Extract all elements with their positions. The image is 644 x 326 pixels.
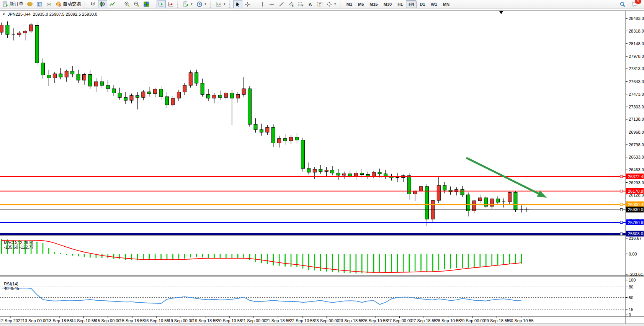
market-watch-button[interactable]: [25, 0, 34, 8]
timeframe-M30-button[interactable]: M30: [381, 0, 394, 8]
chart-canvas[interactable]: 28483.028318.028148.027978.027813.027643…: [0, 0, 644, 326]
candle-body: [283, 139, 287, 141]
candle-body: [508, 192, 511, 202]
candle-body: [230, 93, 234, 98]
bid-price-line-handle[interactable]: [620, 208, 623, 211]
time-tick-label: 22 Sep 10:55: [290, 318, 315, 323]
line-chart-button[interactable]: [108, 0, 117, 8]
search-icon: [619, 1, 626, 7]
caret-down-icon: ▼: [334, 3, 337, 5]
candle-body: [0, 25, 3, 33]
fibo-icon: F: [297, 1, 304, 7]
chart-shift-button[interactable]: [157, 0, 166, 8]
status-strip: [0, 324, 644, 326]
candle-body: [372, 172, 376, 176]
support-line-blue-handle[interactable]: [620, 221, 623, 224]
symbol-title: ▼ JPN225-,H4 25935.0 25987.5 25892.5 259…: [2, 12, 97, 16]
candle-body: [260, 129, 263, 132]
timeframe-M5-button[interactable]: M5: [355, 0, 366, 8]
zoom-out-button[interactable]: [132, 0, 141, 8]
navigator-button[interactable]: [44, 0, 54, 8]
time-tick-label: 29 Sep 00:00: [460, 318, 485, 323]
time-tick-label: 23 Sep 18:55: [338, 318, 363, 323]
tile-windows-button[interactable]: [142, 0, 151, 8]
time-tick-label: 15 Sep 00:00: [95, 318, 120, 323]
indicators-button[interactable]: ▼: [214, 0, 227, 8]
crosshair-button[interactable]: [243, 0, 252, 8]
candle-body: [154, 89, 157, 94]
candle-body: [490, 199, 494, 206]
candle-body: [207, 94, 210, 98]
time-tick-label: 13 Sep 00:00: [23, 318, 47, 323]
doc-plus-icon: [2, 1, 8, 7]
timeframe-D1-button[interactable]: D1: [417, 0, 428, 8]
time-tick-label: 21 Sep 00:00: [241, 318, 266, 323]
trendline-button[interactable]: [277, 0, 286, 8]
candle-chart-button[interactable]: [98, 0, 107, 8]
chat-button[interactable]: 1: [630, 0, 639, 8]
time-tick-label: 19 Sep 00:00: [168, 318, 193, 323]
candle-body: [195, 73, 198, 83]
bid-price-line-badge-label: 25930.0: [628, 207, 643, 212]
price-tick-label: 27643.0: [629, 79, 644, 84]
timeframe-H4-button[interactable]: H4: [406, 0, 417, 8]
timeframe-W1-button[interactable]: W1: [428, 0, 440, 8]
label-button[interactable]: T: [315, 0, 324, 8]
price-tick-label: 26293.0: [629, 180, 644, 185]
support-line-orange-handle[interactable]: [620, 203, 623, 206]
candle-body: [41, 63, 45, 75]
timeframe-H1-button[interactable]: H1: [395, 0, 405, 8]
candle-body: [147, 92, 151, 94]
arrows-button[interactable]: ▼: [325, 0, 338, 8]
timeframe-MN-button[interactable]: MN: [440, 0, 452, 8]
support-line-navy-badge-label: 25608.0: [628, 231, 643, 236]
text-button[interactable]: A: [306, 0, 315, 8]
time-tick-label: 13 Sep 18:55: [47, 318, 72, 323]
new-chart-button[interactable]: ▼: [181, 0, 195, 8]
candle-body: [88, 75, 92, 86]
candle-body: [378, 172, 381, 174]
toolbar-separator: [85, 1, 87, 8]
channel-button[interactable]: E: [286, 0, 296, 8]
macd-indicator-label: MACD(12,26,9) -135.60 -122.77: [2, 236, 34, 249]
candle-body: [472, 201, 476, 211]
rsi-tick-label: 15: [629, 307, 633, 312]
resistance-line-1-handle[interactable]: [620, 175, 623, 178]
macd-tick-label: -283.61: [629, 272, 643, 277]
caret-down-icon: ▼: [223, 3, 226, 5]
collapse-triangle-icon[interactable]: ▼: [2, 13, 5, 16]
period-button[interactable]: ▼: [195, 0, 208, 8]
time-tick-label: 27 Sep 18:55: [411, 318, 436, 323]
channel-icon: E: [288, 1, 294, 7]
timeframe-M1-button[interactable]: M1: [344, 0, 355, 8]
vline-icon: [259, 1, 265, 7]
new-order-button[interactable]: 新订单: [1, 0, 25, 8]
candle-body: [478, 198, 482, 201]
candle-body: [212, 95, 216, 98]
auto-scroll-button[interactable]: [166, 0, 175, 8]
rsi-tick-label: 50: [629, 295, 633, 300]
search-button[interactable]: [618, 0, 627, 8]
zoom-in-button[interactable]: [123, 0, 132, 8]
resistance-line-2-handle[interactable]: [620, 190, 623, 192]
price-tick-label: 26633.0: [629, 155, 644, 159]
time-tick-label: 26 Sep 10:55: [363, 318, 387, 323]
candle-body: [307, 169, 311, 172]
timeframe-M15-button[interactable]: M15: [367, 0, 380, 8]
candle-body: [236, 94, 240, 98]
bar-chart-button[interactable]: [88, 0, 98, 8]
vline-button[interactable]: [258, 0, 267, 8]
candle-body: [514, 192, 517, 210]
candle-body: [437, 185, 440, 200]
cursor-button[interactable]: [233, 0, 242, 8]
candle-body: [443, 185, 446, 190]
candle-body: [331, 170, 334, 173]
fibo-button[interactable]: F: [296, 0, 305, 8]
symbol-ohlc: 25935.0 25987.5 25892.5 25930.0: [33, 12, 97, 16]
data-window-button[interactable]: [35, 0, 44, 8]
support-line-navy-handle[interactable]: [620, 233, 623, 235]
price-tick-label: 27138.0: [629, 117, 644, 121]
hline-button[interactable]: [267, 0, 276, 8]
toolbar-separator: [254, 1, 256, 8]
autotrade-button[interactable]: 自动交易: [54, 0, 83, 8]
